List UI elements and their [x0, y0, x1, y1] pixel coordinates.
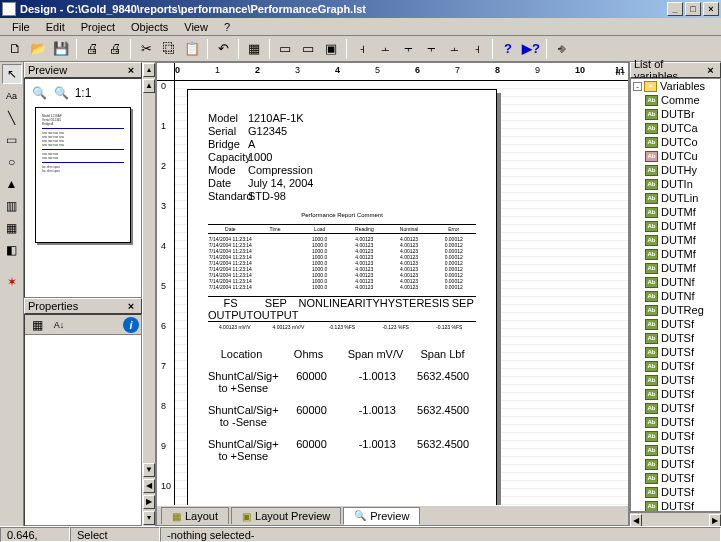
open-button[interactable]: 📂 — [27, 38, 49, 60]
variables-hscroll[interactable]: ◀ ▶ — [630, 512, 721, 526]
ellipse-tool[interactable]: ○ — [2, 152, 22, 172]
tree-root[interactable]: - ✶ Variables — [631, 79, 720, 93]
design-canvas[interactable]: Model1210AF-1K SerialG12345 BridgeA Capa… — [175, 81, 628, 505]
prop-categorized-icon[interactable]: ▦ — [27, 315, 47, 335]
variable-item[interactable]: AbDUTSf — [631, 429, 720, 443]
zoom-fit-icon[interactable]: 1:1 — [73, 83, 93, 103]
variable-item[interactable]: AbDUTCa — [631, 121, 720, 135]
variable-icon: Ab — [645, 305, 658, 316]
menu-view[interactable]: View — [176, 19, 216, 35]
close-button[interactable]: × — [703, 2, 719, 16]
maximize-button[interactable]: □ — [685, 2, 701, 16]
copy-button[interactable]: ⿻ — [158, 38, 180, 60]
menu-file[interactable]: File — [4, 19, 38, 35]
variable-item[interactable]: AbDUTSf — [631, 345, 720, 359]
variable-item[interactable]: AbDUTMf — [631, 219, 720, 233]
text-tool[interactable]: Aa — [2, 86, 22, 106]
tab-preview[interactable]: 🔍Preview — [343, 507, 420, 525]
variable-item[interactable]: AbComme — [631, 93, 720, 107]
properties-panel-close[interactable]: × — [124, 300, 138, 312]
collapse-icon[interactable]: - — [633, 82, 642, 91]
variable-item[interactable]: AbDUTCu — [631, 149, 720, 163]
variable-item[interactable]: AbDUTIn — [631, 177, 720, 191]
paste-button[interactable]: 📋 — [181, 38, 203, 60]
menu-edit[interactable]: Edit — [38, 19, 73, 35]
zoom-in-icon[interactable]: 🔍 — [29, 83, 49, 103]
print-button[interactable]: 🖨 — [81, 38, 103, 60]
variable-item[interactable]: AbDUTBr — [631, 107, 720, 121]
tab-layout-preview[interactable]: ▣Layout Preview — [231, 507, 341, 524]
menu-project[interactable]: Project — [73, 19, 123, 35]
preview-panel-close[interactable]: × — [124, 64, 138, 76]
variables-tree[interactable]: - ✶ Variables AbCommeAbDUTBrAbDUTCaAbDUT… — [630, 78, 721, 512]
variables-panel-close[interactable]: × — [704, 64, 717, 76]
design-canvas-area: 01234567891011 in 012345678910 Model1210… — [156, 62, 629, 526]
align-middle-button[interactable]: ⫠ — [443, 38, 465, 60]
variable-item[interactable]: AbDUTNf — [631, 289, 720, 303]
scroll-down-bottom-icon[interactable]: ▾ — [143, 511, 155, 525]
variable-item[interactable]: AbDUTMf — [631, 247, 720, 261]
align-bottom-button[interactable]: ⫞ — [466, 38, 488, 60]
preview-thumbnail[interactable]: Model 1210AFSerial G12345Bridge A row ro… — [35, 107, 131, 243]
new-button[interactable]: 🗋 — [4, 38, 26, 60]
cut-button[interactable]: ✂ — [135, 38, 157, 60]
variable-item[interactable]: AbDUTSf — [631, 317, 720, 331]
align-top-button[interactable]: ⫟ — [420, 38, 442, 60]
context-help-button[interactable]: ▶? — [520, 38, 542, 60]
align-right-button[interactable]: ⫟ — [397, 38, 419, 60]
report-page[interactable]: Model1210AF-1K SerialG12345 BridgeA Capa… — [187, 89, 497, 505]
menu-help[interactable]: ? — [216, 19, 238, 35]
barcode-tool[interactable]: ▥ — [2, 196, 22, 216]
variable-item[interactable]: AbDUTSf — [631, 457, 720, 471]
variable-item[interactable]: AbDUTMf — [631, 261, 720, 275]
variable-tool[interactable]: ✶ — [2, 272, 22, 292]
select-tool[interactable]: ↖ — [2, 64, 22, 84]
variable-item[interactable]: AbDUTHy — [631, 163, 720, 177]
line-tool[interactable]: ╲ — [2, 108, 22, 128]
variable-item[interactable]: AbDUTSf — [631, 485, 720, 499]
grid-button[interactable]: ▦ — [243, 38, 265, 60]
variable-item[interactable]: AbDUTSf — [631, 443, 720, 457]
scroll-up-top-icon[interactable]: ▴ — [143, 63, 155, 77]
formtext-tool[interactable]: ◧ — [2, 240, 22, 260]
help-button[interactable]: ? — [497, 38, 519, 60]
variable-item[interactable]: AbDUTLin — [631, 191, 720, 205]
menu-objects[interactable]: Objects — [123, 19, 176, 35]
print-preview-button[interactable]: 🖨 — [104, 38, 126, 60]
variable-item[interactable]: AbDUTSf — [631, 387, 720, 401]
image-tool[interactable]: ▲ — [2, 174, 22, 194]
variable-item[interactable]: AbDUTSf — [631, 373, 720, 387]
scroll-right-icon[interactable]: ▶ — [143, 495, 155, 509]
align-left-button[interactable]: ⫞ — [351, 38, 373, 60]
variable-item[interactable]: AbDUTSf — [631, 359, 720, 373]
prop-sort-icon[interactable]: A↓ — [49, 315, 69, 335]
variable-item[interactable]: AbDUTReg — [631, 303, 720, 317]
save-button[interactable]: 💾 — [50, 38, 72, 60]
variable-item[interactable]: AbDUTMf — [631, 233, 720, 247]
undo-button[interactable]: ↶ — [212, 38, 234, 60]
variable-item[interactable]: AbDUTSf — [631, 401, 720, 415]
variable-item[interactable]: AbDUTSf — [631, 499, 720, 512]
bring-front-button[interactable]: ▭ — [274, 38, 296, 60]
scroll-down-icon[interactable]: ▼ — [143, 463, 155, 477]
align-center-button[interactable]: ⫠ — [374, 38, 396, 60]
table-tool[interactable]: ▦ — [2, 218, 22, 238]
anchor-button[interactable]: ⎆ — [551, 38, 573, 60]
variable-icon: Ab — [645, 417, 658, 428]
variable-item[interactable]: AbDUTSf — [631, 471, 720, 485]
zoom-out-icon[interactable]: 🔍 — [51, 83, 71, 103]
preview-panel: 🔍 🔍 1:1 Model 1210AFSerial G12345Bridge … — [24, 78, 142, 298]
variable-item[interactable]: AbDUTSf — [631, 415, 720, 429]
scroll-left-icon[interactable]: ◀ — [143, 479, 155, 493]
tab-layout[interactable]: ▦Layout — [161, 507, 229, 524]
variable-item[interactable]: AbDUTMf — [631, 205, 720, 219]
variable-item[interactable]: AbDUTCo — [631, 135, 720, 149]
info-icon[interactable]: i — [123, 317, 139, 333]
scroll-up-icon[interactable]: ▲ — [143, 79, 155, 93]
minimize-button[interactable]: _ — [667, 2, 683, 16]
group-button[interactable]: ▣ — [320, 38, 342, 60]
variable-item[interactable]: AbDUTSf — [631, 331, 720, 345]
rect-tool[interactable]: ▭ — [2, 130, 22, 150]
send-back-button[interactable]: ▭ — [297, 38, 319, 60]
variable-item[interactable]: AbDUTNf — [631, 275, 720, 289]
